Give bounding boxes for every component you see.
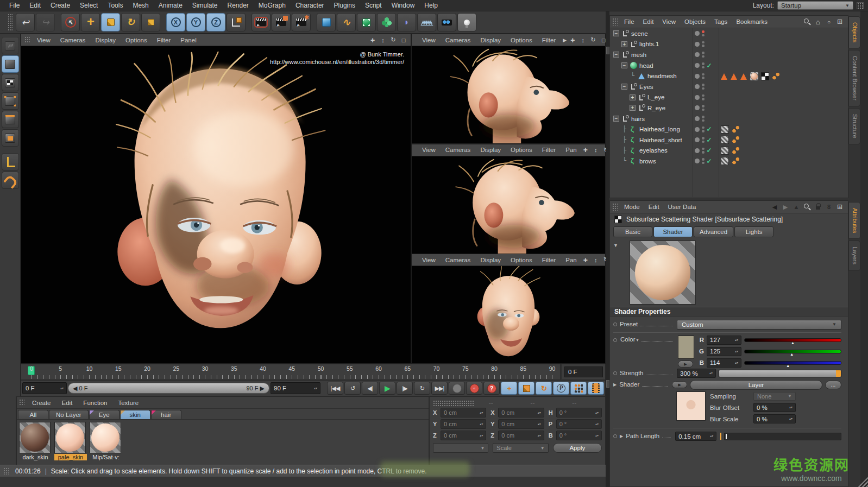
layer-dot-icon[interactable] <box>695 84 700 89</box>
channel-r-slider[interactable]: ▲ <box>744 338 841 342</box>
tri-tag-icon[interactable] <box>731 72 738 80</box>
enabled-check-icon[interactable]: ✓ <box>707 157 712 165</box>
prev-frame-button[interactable]: ◀| <box>362 382 378 395</box>
tree-expander-icon[interactable]: − <box>613 30 619 36</box>
viewport-menu-item[interactable]: Cameras <box>441 147 476 153</box>
render-view-button[interactable] <box>251 13 271 31</box>
visibility-dots-icon[interactable] <box>702 158 705 164</box>
menu-item[interactable]: Edit <box>24 2 46 9</box>
filter-icon[interactable] <box>825 18 833 26</box>
shader-preview-button[interactable] <box>672 381 687 388</box>
visibility-dots-icon[interactable] <box>702 73 705 79</box>
subdivision-surface-button[interactable] <box>357 13 376 31</box>
coord-field-z[interactable]: 0 cm▴▾ <box>498 431 544 440</box>
render-picture-viewer-button[interactable] <box>272 13 291 31</box>
goto-end-button[interactable]: ▶▶| <box>431 382 448 395</box>
slider-marker-icon[interactable]: ▲ <box>791 341 795 345</box>
viewport-render[interactable]: @ Bunk Timmer. http://www.comichouse.nl/… <box>21 46 411 363</box>
shader-preview[interactable] <box>630 241 696 305</box>
menu-item[interactable]: Window <box>387 2 420 9</box>
viewport-menu-item[interactable]: Cameras <box>441 257 476 263</box>
coord-field-x[interactable]: 0 cm▴▾ <box>441 408 486 418</box>
channel-b-field[interactable]: 114▴▾ <box>707 358 741 368</box>
material-menu-item[interactable]: Edit <box>56 400 78 406</box>
spinner-icon[interactable]: ▴▾ <box>732 362 738 364</box>
layer-dot-icon[interactable] <box>695 95 700 100</box>
channel-b-slider[interactable]: ▲ <box>744 361 841 365</box>
tree-item-mesh[interactable]: −mesh <box>610 49 848 60</box>
material-pale-skin[interactable]: pale_skin <box>54 422 87 460</box>
channel-r-field[interactable]: 127▴▾ <box>707 336 741 345</box>
material-menu-item[interactable]: Texture <box>112 400 144 406</box>
viewport-menu-item[interactable]: Options <box>506 147 537 153</box>
coord-field-y[interactable]: 0 cm▴▾ <box>498 419 544 429</box>
spinner-icon[interactable]: ▴▾ <box>477 423 483 426</box>
viewport-menu-item[interactable]: Options <box>506 257 537 263</box>
animation-dot[interactable] <box>613 338 617 342</box>
spinner-icon[interactable]: ▴▾ <box>535 434 541 437</box>
add-icon[interactable] <box>836 203 844 211</box>
render-settings-button[interactable] <box>292 13 311 31</box>
layer-dot-icon[interactable] <box>695 31 700 36</box>
spinner-icon[interactable]: ▴▾ <box>311 387 317 390</box>
expander-icon[interactable]: ▶ <box>613 382 617 387</box>
mograph-object-button[interactable] <box>377 13 396 31</box>
tree-expander-icon[interactable]: + <box>630 105 636 111</box>
axis-z-button[interactable]: Z <box>206 13 225 31</box>
tri-tag-icon[interactable] <box>721 72 728 80</box>
panel-grip[interactable] <box>433 400 475 407</box>
menu-item[interactable]: Simulate <box>187 2 223 9</box>
sampling-select[interactable]: None▼ <box>753 392 796 401</box>
layer-dot-icon[interactable] <box>695 74 700 79</box>
tab-lights[interactable]: Lights <box>734 226 773 237</box>
texball-tag-icon[interactable] <box>750 72 758 80</box>
layer-tab-all[interactable]: All <box>18 410 48 419</box>
tab-advanced[interactable]: Advanced <box>694 226 733 237</box>
coord-space-select[interactable]: ▼ <box>433 443 488 453</box>
light-button[interactable] <box>457 13 476 31</box>
frame-start-field[interactable]: 0 F▴▾ <box>22 382 67 394</box>
make-editable-button[interactable] <box>2 37 19 54</box>
tab-shader[interactable]: Shader <box>653 226 693 237</box>
viewport-menu-item[interactable]: Display <box>475 37 506 43</box>
menu-item[interactable]: Script <box>360 2 387 9</box>
preset-select[interactable]: Custom ▼ <box>677 320 841 330</box>
viewport-menu-item[interactable]: Filter <box>152 37 176 43</box>
menu-item[interactable]: Tools <box>103 2 128 9</box>
primitive-cube-button[interactable] <box>317 13 336 31</box>
color-menu-icon[interactable]: ▾ <box>636 338 638 343</box>
camera-button[interactable] <box>437 13 456 31</box>
search-icon[interactable] <box>803 18 811 26</box>
spinner-icon[interactable]: ▴▾ <box>535 412 541 414</box>
viewport-menu-item[interactable]: Cameras <box>55 37 91 43</box>
menu-item[interactable]: Create <box>46 2 75 9</box>
strength-slider[interactable] <box>719 370 841 377</box>
move-button[interactable] <box>81 13 100 31</box>
layer-dot-icon[interactable] <box>695 116 700 121</box>
spinner-icon[interactable]: ▴▾ <box>732 339 738 341</box>
panel-divider[interactable] <box>606 11 609 487</box>
layer-texture-thumbnail[interactable] <box>676 391 706 421</box>
layer-dot-icon[interactable] <box>695 105 700 110</box>
viewport-menu-item[interactable]: Pan <box>561 147 581 153</box>
viewport-menu-item[interactable]: Display <box>475 257 506 263</box>
panel-grip[interactable] <box>612 203 618 211</box>
checker-tag-icon[interactable] <box>761 72 769 80</box>
viewport-menu-item[interactable]: View <box>417 147 441 153</box>
panel-tab[interactable]: Objects <box>848 16 860 48</box>
material-menu-item[interactable]: Function <box>78 400 112 406</box>
object-manager-menu-item[interactable]: Tags <box>710 18 732 25</box>
coord-mode-select[interactable]: Scale▼ <box>493 443 548 453</box>
menu-overflow-icon[interactable]: ▶ <box>561 37 569 43</box>
spinner-icon[interactable]: ▴▾ <box>593 412 599 414</box>
slider-marker-icon[interactable]: ▲ <box>790 352 794 356</box>
current-frame-field[interactable]: 0 F <box>564 366 603 377</box>
spinner-icon[interactable]: ▴▾ <box>535 423 541 426</box>
expander-icon[interactable]: ▶ <box>620 434 623 439</box>
viewport-menu-item[interactable]: Filter <box>537 37 561 43</box>
dolly-icon[interactable] <box>592 256 600 264</box>
layer-dot-icon[interactable] <box>695 63 700 68</box>
points-tag-icon[interactable] <box>732 147 740 155</box>
axis-mode-button[interactable] <box>2 153 19 170</box>
spinner-icon[interactable]: ▴▾ <box>593 434 599 437</box>
